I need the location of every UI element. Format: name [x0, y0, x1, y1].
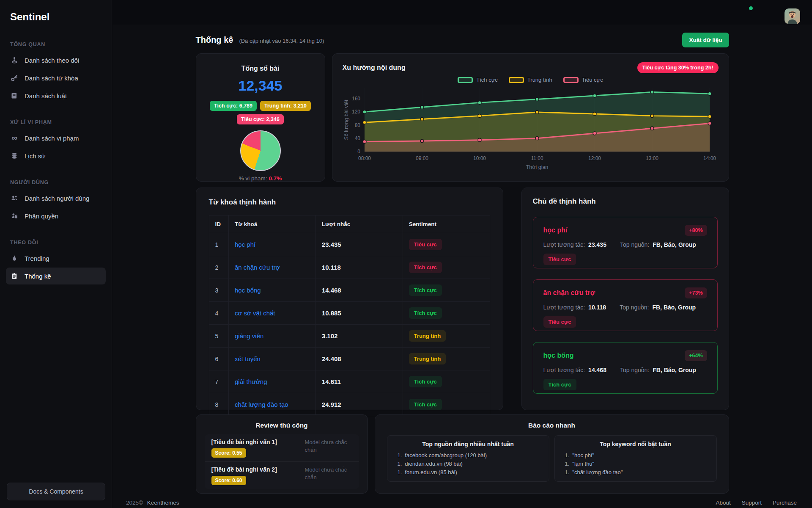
cell-id: 2	[209, 256, 228, 279]
cell-id: 5	[209, 325, 228, 348]
users-icon	[10, 194, 19, 202]
table-header-row: ID Từ khoá Lượt nhắc Sentiment	[209, 215, 490, 233]
trend-legend: Tích cực Trung tính Tiêu cực	[343, 77, 719, 83]
sources-label: Top nguồn:	[620, 367, 649, 373]
sidebar-item-user-list[interactable]: Danh sách người dùng	[6, 190, 106, 207]
user-avatar[interactable]	[785, 8, 800, 24]
total-posts-title: Tổng số bài	[206, 65, 315, 72]
review-item[interactable]: [Tiêu đề bài nghi vấn 2] Score: 0.60 Mod…	[205, 462, 359, 489]
footer-link-support[interactable]: Support	[742, 500, 762, 506]
trending-keywords-card: Từ khoá thịnh hành ID Từ khoá Lượt nhắc …	[196, 188, 503, 410]
sidebar-item-label: Danh sách luật	[25, 92, 67, 99]
list-item-text: forum.edu.vn (85 bài)	[405, 469, 457, 475]
list-marker: 1.	[565, 469, 570, 475]
svg-text:09:00: 09:00	[415, 155, 428, 161]
keyword-link[interactable]: ăn chặn cứu trợ	[235, 264, 280, 271]
sentiment-count-badges: Tích cực: 6,789 Trung tính: 3,210 Tiêu c…	[206, 101, 315, 124]
topic-card[interactable]: học phí +80% Lượt tương tác: 23.435 Top …	[533, 217, 718, 268]
interactions-value: 10.118	[588, 304, 606, 311]
book-icon	[10, 92, 19, 99]
neutral-count-badge: Trung tính: 3,210	[260, 101, 311, 111]
svg-text:11:00: 11:00	[531, 155, 543, 161]
cell-mentions: 14.611	[315, 370, 403, 393]
sentiment-badge: Tích cực	[409, 284, 442, 296]
sentiment-pie-chart	[240, 130, 281, 171]
sidebar-item-history[interactable]: Lịch sử	[6, 147, 106, 164]
legend-item-neutral[interactable]: Trung tính	[509, 77, 552, 83]
interactions-label: Lượt tương tác:	[543, 241, 585, 248]
topic-change-badge: +73%	[685, 287, 707, 298]
sidebar-item-violation-list[interactable]: ∞ Danh sách vi phạm	[6, 130, 106, 146]
sidebar-item-trending[interactable]: Trending	[6, 250, 106, 267]
top-sources-box: Top nguồn đăng nhiều nhất tuần 1.faceboo…	[387, 435, 549, 482]
svg-text:Số lượng bài viết: Số lượng bài viết	[343, 99, 349, 140]
legend-item-positive[interactable]: Tích cực	[458, 77, 498, 83]
legend-item-negative[interactable]: Tiêu cực	[563, 77, 603, 83]
list-item: 1.facebook.com/abcgroup (120 bài)	[395, 451, 541, 459]
review-item[interactable]: [Tiêu đề bài nghi vấn 1] Score: 0.55 Mod…	[205, 434, 359, 462]
keyword-link[interactable]: cơ sở vật chất	[235, 309, 275, 317]
sidebar-item-keywords[interactable]: Danh sách từ khóa	[6, 69, 106, 86]
main-area: Thống kê (Đã cập nhật vào 16:34, 14 thg …	[112, 0, 812, 508]
topic-sentiment-badge: Tích cực	[543, 379, 576, 390]
negative-spike-alert-badge: Tiêu cực tăng 30% trong 2h!	[637, 62, 719, 73]
list-item: 1."chất lượng đào tạo"	[562, 468, 709, 476]
list-item: 1."học phí"	[562, 451, 709, 459]
interactions-value: 14.468	[588, 367, 606, 373]
topic-meta: Lượt tương tác: 10.118 Top nguồn: FB, Bá…	[543, 304, 707, 311]
sidebar-item-rules[interactable]: Danh sách luật	[6, 87, 106, 104]
legend-swatch-positive	[458, 77, 473, 83]
sources-value: FB, Báo, Group	[653, 241, 696, 248]
topic-card[interactable]: học bổng +64% Lượt tương tác: 14.468 Top…	[533, 342, 718, 394]
keyword-link[interactable]: chất lượng đào tạo	[235, 401, 288, 408]
tables-row: Từ khoá thịnh hành ID Từ khoá Lượt nhắc …	[196, 188, 729, 410]
list-marker: 1.	[398, 469, 402, 475]
topic-title: ăn chặn cứu trợ	[543, 289, 595, 297]
street-view-icon	[10, 56, 19, 64]
keyword-link[interactable]: giải thưởng	[235, 378, 267, 385]
top-header-bar	[112, 0, 812, 25]
svg-text:13:00: 13:00	[645, 155, 658, 161]
topic-title: học phí	[543, 226, 568, 234]
table-row: 7 giải thưởng 14.611 Tích cực	[209, 370, 490, 393]
sentiment-badge: Tích cực	[409, 262, 442, 273]
footer-link-about[interactable]: About	[716, 500, 730, 506]
footer-link-purchase[interactable]: Purchase	[773, 500, 797, 506]
table-row: 1 học phí 23.435 Tiêu cực	[209, 233, 490, 256]
keyword-link[interactable]: học bổng	[235, 287, 261, 294]
keyword-link[interactable]: học phí	[235, 241, 255, 248]
list-item-text: "chất lượng đào tạo"	[572, 469, 623, 475]
legend-label: Tiêu cực	[582, 77, 603, 83]
total-posts-card: Tổng số bài 12,345 Tích cực: 6,789 Trung…	[196, 53, 325, 182]
sentiment-badge: Tích cực	[409, 376, 442, 387]
company-link[interactable]: Keenthemes	[147, 500, 179, 506]
sources-value: FB, Báo, Group	[652, 304, 696, 311]
docs-components-button[interactable]: Docs & Components	[7, 483, 105, 500]
export-data-button[interactable]: Xuất dữ liệu	[682, 33, 729, 47]
topic-change-badge: +64%	[685, 350, 707, 361]
interactions-value: 23.435	[588, 241, 606, 248]
interactions-label: Lượt tương tác:	[543, 304, 585, 311]
cell-mentions: 10.885	[315, 302, 403, 325]
col-header-mentions: Lượt nhắc	[315, 215, 403, 233]
sidebar-item-permissions[interactable]: Phân quyền	[6, 207, 106, 224]
keyword-link[interactable]: giảng viên	[235, 332, 263, 340]
sentiment-badge: Trung tính	[409, 330, 446, 342]
cell-id: 7	[209, 370, 228, 393]
list-item: 1."lạm thu"	[562, 459, 709, 468]
interactions-label: Lượt tương tác:	[543, 367, 585, 373]
sidebar-item-watchlist[interactable]: Danh sách theo dõi	[6, 52, 106, 69]
clipboard-icon	[10, 272, 19, 280]
topic-card[interactable]: ăn chặn cứu trợ +73% Lượt tương tác: 10.…	[533, 279, 718, 331]
cell-id: 1	[209, 233, 228, 256]
list-item-text: facebook.com/abcgroup (120 bài)	[405, 452, 487, 458]
report-box-title: Top nguồn đăng nhiều nhất tuần	[395, 441, 541, 447]
keyword-link[interactable]: xét tuyển	[235, 355, 261, 362]
sidebar-item-label: Danh sách người dùng	[25, 195, 89, 202]
legend-swatch-negative	[563, 77, 579, 83]
positive-count-badge: Tích cực: 6,789	[210, 101, 257, 111]
review-item-title: [Tiêu đề bài nghi vấn 2]	[211, 466, 277, 473]
sidebar-item-statistics[interactable]: Thống kê	[6, 268, 106, 284]
sidebar: Sentinel TỔNG QUAN Danh sách theo dõi Da…	[0, 0, 112, 508]
cell-mentions: 14.468	[315, 279, 403, 302]
